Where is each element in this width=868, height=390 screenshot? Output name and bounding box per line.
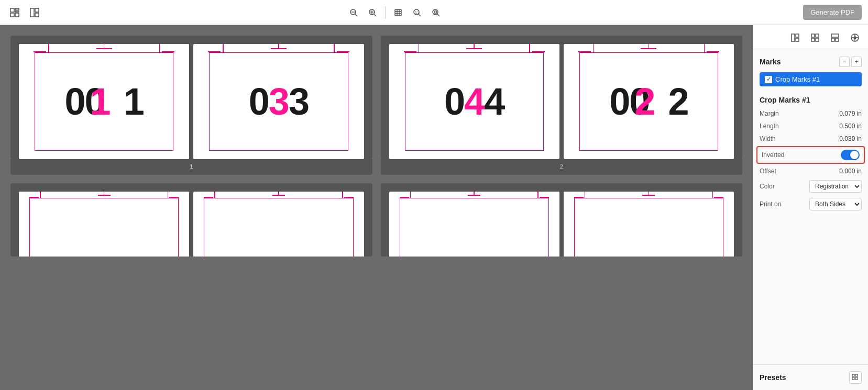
svg-rect-25	[792, 34, 795, 41]
page-002-last: 2	[668, 80, 688, 123]
svg-point-38	[854, 37, 856, 39]
page-002-pink: 2	[634, 80, 654, 123]
svg-rect-42	[855, 377, 858, 380]
page-044: 0 4 4	[389, 44, 559, 159]
svg-rect-29	[816, 34, 819, 37]
page-044-pink: 4	[464, 80, 484, 123]
layout-btn-2[interactable]	[26, 4, 43, 21]
width-value: 0.030 in	[839, 135, 862, 142]
offset-label: Offset	[760, 168, 776, 175]
offset-value: 0.000 in	[839, 168, 862, 175]
svg-rect-28	[811, 34, 815, 37]
page-033-pink: 3	[269, 80, 289, 123]
length-label: Length	[760, 122, 779, 130]
length-value: 0.500 in	[839, 122, 862, 130]
right-panel: Marks − + Crop Marks #1 Crop Marks #1 Ma…	[753, 25, 868, 390]
crop-marks-props-title: Crop Marks #1	[753, 93, 868, 107]
svg-rect-3	[10, 13, 14, 17]
zoom-out-button[interactable]	[345, 4, 362, 21]
svg-rect-5	[30, 8, 34, 17]
generate-pdf-button[interactable]: Generate PDF	[803, 5, 862, 20]
svg-rect-33	[831, 38, 834, 41]
svg-line-12	[374, 14, 376, 16]
page-044-last: 4	[484, 80, 504, 123]
svg-rect-4	[15, 13, 19, 17]
svg-text:1:1: 1:1	[415, 10, 420, 14]
marks-minus-button[interactable]: −	[839, 57, 850, 67]
svg-rect-30	[811, 38, 815, 41]
page-bottom-2	[193, 192, 364, 257]
page-001-last: 1	[124, 80, 144, 123]
fit-page-button[interactable]	[390, 4, 406, 21]
page-bottom-3	[389, 192, 559, 257]
svg-rect-32	[831, 34, 839, 37]
svg-point-23	[433, 9, 438, 15]
spread-2-label: 2	[560, 163, 563, 170]
print-on-select[interactable]: Both Sides	[809, 198, 862, 210]
zoom-fit-button[interactable]	[427, 4, 444, 21]
svg-rect-41	[852, 377, 854, 380]
crop-marks-label: Crop Marks #1	[775, 75, 820, 83]
marks-plus-button[interactable]: +	[851, 57, 862, 67]
margin-label: Margin	[760, 110, 779, 117]
page-033-last: 3	[289, 80, 309, 123]
presets-grid-button[interactable]	[849, 371, 862, 384]
svg-rect-7	[35, 13, 39, 17]
svg-rect-34	[836, 38, 839, 41]
color-label: Color	[760, 183, 775, 190]
zoom-in-button[interactable]	[364, 4, 381, 21]
width-label: Width	[760, 135, 776, 142]
svg-rect-6	[35, 8, 39, 12]
svg-rect-2	[15, 11, 19, 12]
svg-rect-15	[395, 9, 401, 16]
marks-title: Marks	[760, 58, 781, 66]
page-044-label: 0	[444, 80, 464, 123]
svg-rect-39	[852, 374, 854, 376]
svg-rect-27	[796, 38, 799, 41]
color-select[interactable]: Registration	[809, 180, 862, 193]
svg-rect-31	[816, 38, 819, 41]
panel-icon-2[interactable]	[806, 29, 824, 47]
canvas-area: 00 1 1	[0, 25, 753, 390]
page-001-pink: 1	[90, 80, 110, 123]
print-on-label: Print on	[760, 200, 781, 208]
presets-title: Presets	[760, 373, 786, 382]
svg-rect-0	[10, 8, 14, 12]
panel-icon-1[interactable]	[786, 29, 804, 47]
inverted-label: Inverted	[762, 151, 784, 159]
toolbar-divider	[385, 6, 386, 19]
svg-rect-40	[855, 374, 858, 376]
inverted-toggle[interactable]	[841, 150, 860, 160]
page-033: 0 3 3	[193, 44, 364, 159]
page-bottom-1	[19, 192, 189, 257]
crop-marks-checkbox[interactable]	[765, 76, 772, 83]
svg-line-24	[437, 14, 440, 16]
spread-1-label: 1	[190, 163, 193, 170]
svg-line-21	[419, 14, 421, 16]
page-033-label: 0	[249, 80, 269, 123]
svg-line-9	[355, 14, 357, 16]
margin-value: 0.079 in	[839, 110, 862, 117]
zoom-actual-button[interactable]: 1:1	[409, 4, 425, 21]
crop-marks-item[interactable]: Crop Marks #1	[760, 72, 862, 86]
page-001: 00 1 1	[19, 44, 189, 159]
svg-rect-26	[796, 34, 799, 37]
page-002: 00 2 2	[564, 44, 734, 159]
layout-btn-1[interactable]	[6, 4, 23, 21]
page-bottom-4	[564, 192, 734, 257]
panel-icon-3[interactable]	[826, 29, 844, 47]
svg-rect-1	[15, 8, 19, 10]
panel-icon-4[interactable]	[846, 29, 864, 47]
